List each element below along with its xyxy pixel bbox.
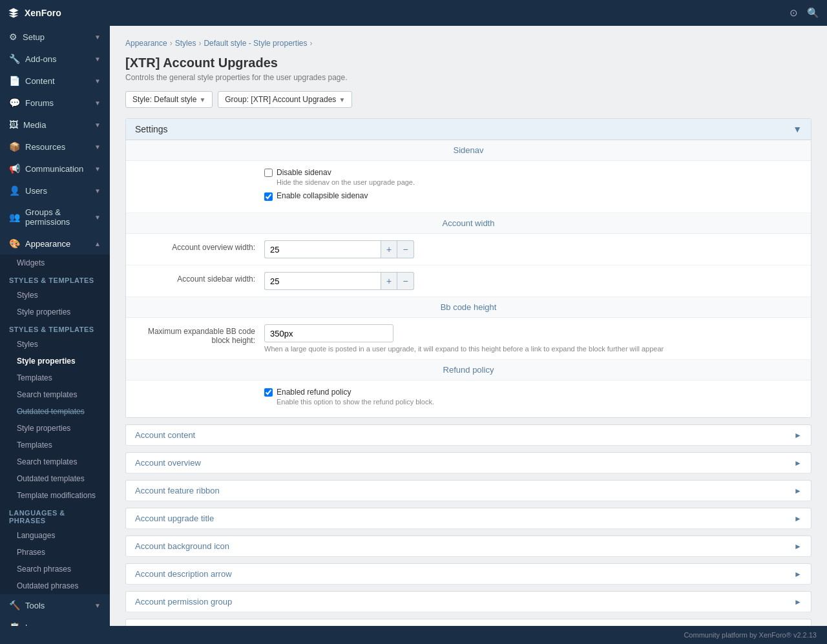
- sidebar-item-logs[interactable]: 📋Logs ▼: [0, 616, 110, 626]
- settings-collapse-icon[interactable]: ▼: [793, 124, 802, 134]
- bb-max-label: Maximum expandable BB code block height:: [135, 324, 264, 345]
- collapsible-row-account-upgrade-title[interactable]: Account upgrade title ►: [125, 508, 811, 529]
- sidebar-item-tools[interactable]: 🔨Tools ▼: [0, 594, 110, 616]
- breadcrumb: Appearance › Styles › Default style - St…: [125, 39, 811, 48]
- setup-icon: ⚙: [9, 32, 17, 42]
- disable-sidenav-spacer: [135, 167, 264, 170]
- sidebar-sub-styles2[interactable]: Styles: [0, 336, 110, 353]
- sidebar-sub-styleprops1[interactable]: Style properties: [0, 304, 110, 320]
- bb-code-section-label: Bb code height: [126, 297, 811, 318]
- enabled-refund-cb-row: Enabled refund policy Enable this option…: [264, 387, 802, 406]
- sidebar-sub-templates2[interactable]: Templates: [0, 437, 110, 453]
- collapsible-sections-container: Account content ► Account overview ► Acc…: [125, 424, 811, 626]
- collapsible-label-account-background-icon: Account background icon: [135, 541, 229, 551]
- sidebar-item-media[interactable]: 🖼Media ▼: [0, 114, 110, 136]
- sidebar-item-groups[interactable]: 👥Groups & permissions ▼: [0, 202, 110, 233]
- sidebar-sub-section-styles1: Styles & templates: [0, 271, 110, 287]
- sidebar-width-minus-btn[interactable]: −: [397, 272, 414, 290]
- group-dropdown-btn[interactable]: Group: [XTR] Account Upgrades ▼: [218, 91, 352, 108]
- overview-width-minus-btn[interactable]: −: [397, 240, 414, 258]
- enable-collapsible-label[interactable]: Enable collapsible sidenav: [277, 191, 368, 200]
- users-icon: 👤: [9, 185, 20, 196]
- sidebar-width-plus-btn[interactable]: +: [381, 272, 397, 290]
- sidebar-sub-styleprops3[interactable]: Style properties: [0, 420, 110, 437]
- page-title: [XTR] Account Upgrades: [125, 56, 811, 70]
- collapsible-arrow-account-feature-ribbon: ►: [794, 486, 802, 495]
- collapsible-label-account-overview: Account overview: [135, 458, 201, 468]
- collapsible-row-account-background-icon[interactable]: Account background icon ►: [125, 535, 811, 557]
- sidebar-item-resources[interactable]: 📦Resources ▼: [0, 136, 110, 158]
- sidebar-sub-styles1[interactable]: Styles: [0, 287, 110, 304]
- sidebar-item-communication[interactable]: 📢Communication ▼: [0, 158, 110, 180]
- appearance-arrow: ▲: [94, 240, 101, 247]
- addons-arrow: ▼: [94, 56, 101, 63]
- breadcrumb-appearance[interactable]: Appearance: [125, 39, 167, 48]
- settings-label: Settings: [135, 124, 168, 134]
- collapsible-row-account-description-arrow[interactable]: Account description arrow ►: [125, 563, 811, 585]
- sidebar-sub-outdatedtemplates1[interactable]: Outdated templates: [0, 403, 110, 420]
- sidebar-sub-templatemod[interactable]: Template modifications: [0, 487, 110, 504]
- sidebar-item-appearance[interactable]: 🎨Appearance ▲: [0, 233, 110, 254]
- enabled-refund-label[interactable]: Enabled refund policy: [277, 388, 351, 397]
- refund-policy-row: Enabled refund policy Enable this option…: [126, 380, 811, 417]
- collapsible-label-account-content: Account content: [135, 430, 195, 440]
- forums-icon: 💬: [9, 98, 20, 108]
- sidebar-sub-outdatedphrases[interactable]: Outdated phrases: [0, 577, 110, 594]
- overview-width-row: Account overview width: + −: [126, 234, 811, 265]
- overview-width-content: + −: [264, 240, 802, 258]
- disable-sidenav-checkbox[interactable]: [264, 169, 273, 177]
- users-arrow: ▼: [94, 187, 101, 194]
- disable-sidenav-label[interactable]: Disable sidenav: [277, 168, 331, 177]
- collapsible-row-account-content[interactable]: Account content ►: [125, 424, 811, 446]
- collapsible-arrow-account-background-icon: ►: [794, 542, 802, 551]
- content-icon: 📄: [9, 76, 20, 86]
- search-icon[interactable]: 🔍: [807, 7, 819, 19]
- communication-icon: 📢: [9, 163, 20, 174]
- sidebar-item-setup[interactable]: ⚙Setup ▼: [0, 26, 110, 48]
- appearance-icon: 🎨: [9, 238, 20, 249]
- page-description: Controls the general style properties fo…: [125, 73, 811, 82]
- overview-width-input[interactable]: [264, 240, 381, 258]
- sidenav-section-label: Sidenav: [126, 140, 811, 161]
- bb-max-row: Maximum expandable BB code block height:…: [126, 318, 811, 360]
- collapsible-row-account-permission-title[interactable]: Account permission title ►: [125, 619, 811, 626]
- sidebar-sub-searchphrases[interactable]: Search phrases: [0, 561, 110, 577]
- content-arrow: ▼: [94, 78, 101, 85]
- communication-arrow: ▼: [94, 165, 101, 172]
- breadcrumb-styles[interactable]: Styles: [175, 39, 196, 48]
- sidebar-item-users[interactable]: 👤Users ▼: [0, 180, 110, 202]
- sidebar-item-addons[interactable]: 🔧Add-ons ▼: [0, 48, 110, 70]
- sidebar-sub-searchtemplates2[interactable]: Search templates: [0, 453, 110, 470]
- sidebar-item-content[interactable]: 📄Content ▼: [0, 70, 110, 92]
- sidebar-width-input[interactable]: [264, 272, 381, 290]
- sidebar-sub-outdatedtemplates2[interactable]: Outdated templates: [0, 470, 110, 487]
- tools-icon: 🔨: [9, 600, 20, 610]
- collapsible-row-account-permission-group[interactable]: Account permission group ►: [125, 591, 811, 612]
- overview-width-plus-btn[interactable]: +: [381, 240, 397, 258]
- breadcrumb-styleprops[interactable]: Default style - Style properties: [204, 39, 307, 48]
- sidebar-sub-section-lang: Languages & phrases: [0, 504, 110, 527]
- media-arrow: ▼: [94, 121, 101, 129]
- collapsible-row-account-overview[interactable]: Account overview ►: [125, 452, 811, 473]
- collapsible-row-account-feature-ribbon[interactable]: Account feature ribbon ►: [125, 480, 811, 501]
- sidebar-sub-languages[interactable]: Languages: [0, 527, 110, 544]
- addons-icon: 🔧: [9, 54, 20, 64]
- enable-collapsible-cb-row: Enable collapsible sidenav: [264, 191, 802, 201]
- forums-arrow: ▼: [94, 99, 101, 107]
- sidebar-sub-styleprops2[interactable]: Style properties: [0, 353, 110, 369]
- enable-collapsible-checkbox[interactable]: [264, 192, 273, 201]
- page-footer: Community platform by XenForo® v2.2.13: [0, 626, 827, 644]
- sidebar-width-content: + −: [264, 272, 802, 290]
- sidebar-sub-templates1[interactable]: Templates: [0, 369, 110, 386]
- share-icon[interactable]: ⊙: [790, 7, 798, 19]
- enabled-refund-checkbox[interactable]: [264, 388, 273, 397]
- group-dropdown-arrow: ▼: [339, 96, 345, 103]
- sidebar-sub-searchtemplates1[interactable]: Search templates: [0, 386, 110, 403]
- sidebar-sub-widgets[interactable]: Widgets: [0, 254, 110, 271]
- sidebar-item-forums[interactable]: 💬Forums ▼: [0, 92, 110, 114]
- style-dropdown-btn[interactable]: Style: Default style ▼: [125, 91, 213, 108]
- collapsible-arrow-account-upgrade-title: ►: [794, 514, 802, 523]
- sidebar-sub-phrases[interactable]: Phrases: [0, 544, 110, 561]
- media-icon: 🖼: [9, 119, 18, 130]
- bb-max-input[interactable]: [264, 324, 393, 342]
